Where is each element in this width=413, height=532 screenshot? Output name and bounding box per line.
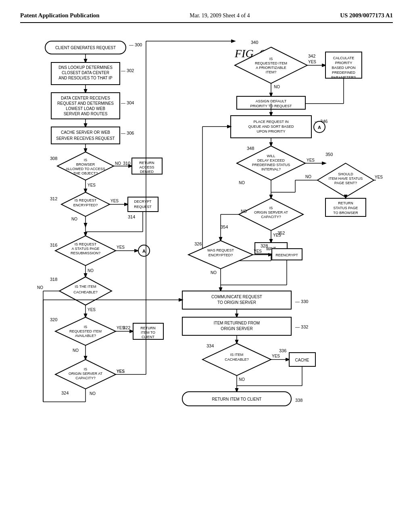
svg-text:CLOSEST DATA CENTER: CLOSEST DATA CENTER <box>62 71 109 75</box>
svg-text:CAPACITY?: CAPACITY? <box>75 376 95 380</box>
svg-text:314: 314 <box>128 214 135 219</box>
svg-text:IS THE ITEM: IS THE ITEM <box>75 285 96 289</box>
svg-text:YES: YES <box>88 308 96 312</box>
svg-text:340: 340 <box>251 40 258 45</box>
svg-text:IS: IS <box>269 206 273 210</box>
svg-text:REQUEST AND DETERMINES: REQUEST AND DETERMINES <box>57 101 114 106</box>
svg-text:CALCULATE: CALCULATE <box>333 56 354 60</box>
svg-text:BROWSER: BROWSER <box>76 162 95 166</box>
svg-text:348: 348 <box>247 146 254 151</box>
svg-text:DENIED: DENIED <box>140 170 154 174</box>
svg-text:322: 322 <box>123 325 130 330</box>
svg-text:YES: YES <box>273 233 281 237</box>
svg-text:THE OBJECT?: THE OBJECT? <box>73 171 98 175</box>
svg-text:IS REQUEST: IS REQUEST <box>75 198 97 202</box>
svg-text:334: 334 <box>206 343 214 348</box>
svg-text:PREDEFINED STATUS: PREDEFINED STATUS <box>252 163 290 167</box>
svg-text:— 332: — 332 <box>295 324 308 329</box>
svg-text:RETURN: RETURN <box>140 326 156 330</box>
svg-text:PLACE REQUEST IN: PLACE REQUEST IN <box>254 120 289 124</box>
svg-text:NO: NO <box>305 175 311 179</box>
svg-text:CAPACITY?: CAPACITY? <box>261 215 281 219</box>
svg-text:310: 310 <box>123 161 130 166</box>
svg-text:308: 308 <box>50 156 57 161</box>
svg-text:CACHEABLE?: CACHEABLE? <box>73 290 98 294</box>
svg-text:UPON PRIORITY: UPON PRIORITY <box>257 129 285 133</box>
svg-text:YES: YES <box>272 354 280 358</box>
svg-text:BASED UPON: BASED UPON <box>332 66 355 70</box>
svg-text:NO: NO <box>115 161 121 166</box>
svg-text:YES: YES <box>375 175 383 179</box>
diagram-area: FIG. 6 CLIENT GENERATES REQUEST — 300 DN… <box>21 35 392 499</box>
svg-text:ITEM HAVE STATUS: ITEM HAVE STATUS <box>329 177 363 181</box>
svg-text:CLIENT: CLIENT <box>142 335 155 339</box>
svg-text:ORIGIN SERVER: ORIGIN SERVER <box>221 326 252 331</box>
svg-text:CACHE: CACHE <box>295 358 309 362</box>
svg-text:RETURN: RETURN <box>338 201 353 205</box>
svg-text:NO: NO <box>211 270 217 275</box>
svg-text:NO: NO <box>274 85 280 89</box>
svg-text:RESUBMISSION?: RESUBMISSION? <box>71 251 100 255</box>
svg-text:NO: NO <box>71 217 77 221</box>
header-date: Mar. 19, 2009 Sheet 4 of 4 <box>190 12 250 19</box>
svg-text:ACCESS: ACCESS <box>139 165 154 169</box>
svg-text:DATA CENTER RECEIVES: DATA CENTER RECEIVES <box>61 96 110 100</box>
svg-text:PREDEFINED: PREDEFINED <box>332 71 356 75</box>
svg-text:ENCRYPTED?: ENCRYPTED? <box>209 253 233 257</box>
svg-text:318: 318 <box>50 277 57 282</box>
svg-text:DNS LOOKUP DETERMINES: DNS LOOKUP DETERMINES <box>58 65 113 70</box>
svg-text:DECRYPT: DECRYPT <box>134 200 152 204</box>
svg-text:WILL: WILL <box>267 154 275 158</box>
svg-text:YES: YES <box>111 199 119 203</box>
svg-text:NO: NO <box>239 377 245 382</box>
svg-text:312: 312 <box>50 196 57 201</box>
svg-text:SHOULD: SHOULD <box>338 172 353 176</box>
svg-text:RETURN ITEM TO CLIENT: RETURN ITEM TO CLIENT <box>212 397 262 401</box>
svg-text:NO: NO <box>90 391 96 396</box>
svg-text:326: 326 <box>194 241 202 246</box>
svg-text:ITEM?: ITEM? <box>266 70 277 74</box>
svg-rect-17 <box>51 127 120 144</box>
svg-text:IS: IS <box>84 325 88 329</box>
svg-text:TO ORIGIN SERVER: TO ORIGIN SERVER <box>217 300 256 305</box>
svg-marker-54 <box>55 236 116 266</box>
svg-text:350: 350 <box>325 152 333 157</box>
svg-text:YES: YES <box>88 183 96 187</box>
svg-text:CLIENT GENERATES REQUEST: CLIENT GENERATES REQUEST <box>55 46 116 50</box>
svg-text:IS: IS <box>84 367 88 371</box>
svg-text:CACHE SERVER OR WEB: CACHE SERVER OR WEB <box>61 130 110 135</box>
svg-text:NO: NO <box>73 348 79 353</box>
svg-text:320: 320 <box>50 317 57 322</box>
svg-text:328: 328 <box>261 243 268 248</box>
svg-text:338: 338 <box>295 398 302 403</box>
svg-text:NO: NO <box>241 209 247 214</box>
svg-text:PAGE SENT?: PAGE SENT? <box>334 181 357 185</box>
svg-text:IS: IS <box>84 158 88 162</box>
svg-text:DELAY EXCEED: DELAY EXCEED <box>257 158 285 162</box>
svg-text:— 330: — 330 <box>295 299 308 304</box>
svg-text:342: 342 <box>308 54 315 58</box>
svg-text:ITEM TO: ITEM TO <box>141 330 155 335</box>
header-title: Patent Application Publication <box>20 12 100 19</box>
svg-text:YES: YES <box>117 245 125 249</box>
svg-text:ENCRYPTED?: ENCRYPTED? <box>73 203 98 207</box>
svg-text:YES: YES <box>307 158 315 162</box>
svg-text:— 306: — 306 <box>121 131 134 135</box>
svg-text:YES: YES <box>254 249 262 254</box>
svg-text:TO BROWSER: TO BROWSER <box>333 211 358 215</box>
flowchart-svg: CLIENT GENERATES REQUEST — 300 DNS LOOKU… <box>21 35 392 499</box>
svg-text:REQUESTED ITEM: REQUESTED ITEM <box>255 61 287 65</box>
svg-text:— 304: — 304 <box>121 100 134 105</box>
svg-marker-98 <box>235 47 307 83</box>
svg-text:AND RESOLVES TO THAT IP: AND RESOLVES TO THAT IP <box>58 76 113 80</box>
svg-text:354: 354 <box>221 224 228 229</box>
svg-text:AVAILABLE?: AVAILABLE? <box>75 334 96 338</box>
svg-text:REQUEST: REQUEST <box>134 205 152 209</box>
svg-text:A: A <box>142 249 146 254</box>
svg-text:RETURN: RETURN <box>139 161 154 165</box>
svg-text:SERVER RECEIVES REQUEST: SERVER RECEIVES REQUEST <box>56 136 115 141</box>
svg-text:IS: IS <box>269 57 273 61</box>
svg-text:316: 316 <box>50 243 57 247</box>
svg-text:STATUS PAGE: STATUS PAGE <box>333 206 358 210</box>
svg-text:ALLOWED TO ACCESS: ALLOWED TO ACCESS <box>66 167 105 171</box>
